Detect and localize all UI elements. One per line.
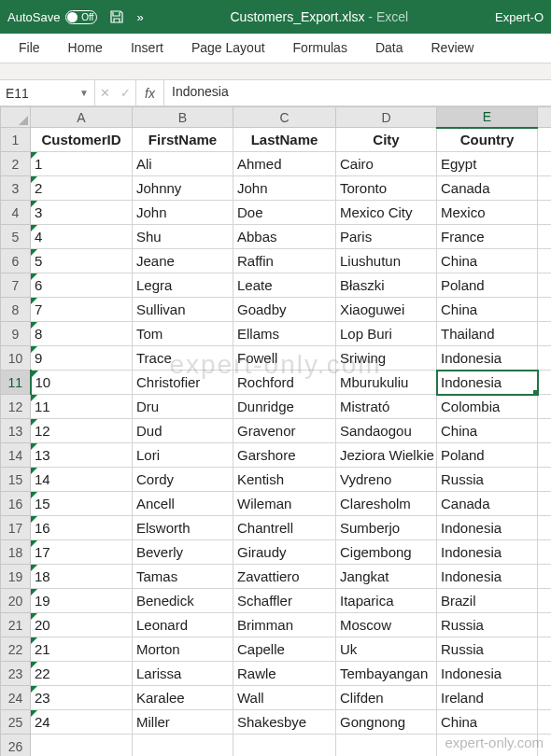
cell[interactable]: Zavattiero: [233, 565, 336, 589]
tab-home[interactable]: Home: [55, 34, 116, 63]
cell[interactable]: Jeane: [133, 249, 233, 273]
cell[interactable]: Mexico City: [336, 201, 437, 225]
col-header-extra[interactable]: [538, 107, 552, 128]
cell[interactable]: Indonesia: [437, 371, 538, 395]
cell[interactable]: 5: [31, 249, 133, 273]
col-header-B[interactable]: B: [133, 107, 233, 128]
cell[interactable]: Leonard: [133, 613, 233, 637]
cell[interactable]: 22: [31, 662, 133, 686]
row-header[interactable]: 9: [1, 322, 31, 346]
cell[interactable]: Wileman: [233, 492, 336, 516]
cell[interactable]: Moscow: [336, 613, 437, 637]
cell[interactable]: Morton: [133, 637, 233, 662]
header-cell[interactable]: LastName: [233, 128, 336, 152]
chevron-down-icon[interactable]: ▼: [79, 88, 89, 98]
cell[interactable]: Jeziora Wielkie: [336, 443, 437, 468]
cell[interactable]: Brimman: [233, 613, 336, 637]
cell[interactable]: Giraudy: [233, 540, 336, 565]
header-cell[interactable]: City: [336, 128, 437, 152]
cell[interactable]: Thailand: [437, 322, 538, 346]
cell[interactable]: Canada: [437, 492, 538, 516]
more-icon[interactable]: »: [136, 10, 143, 24]
cell[interactable]: 16: [31, 516, 133, 540]
col-header-D[interactable]: D: [336, 107, 437, 128]
cell[interactable]: Canada: [437, 176, 538, 201]
cancel-icon[interactable]: ✕: [100, 86, 110, 100]
row-header[interactable]: 23: [1, 662, 31, 686]
cell[interactable]: Ellams: [233, 322, 336, 346]
tab-review[interactable]: Review: [418, 34, 487, 63]
row-header[interactable]: 16: [1, 492, 31, 516]
cell[interactable]: France: [437, 225, 538, 249]
cell[interactable]: Indonesia: [437, 346, 538, 371]
cell[interactable]: Liushutun: [336, 249, 437, 273]
row-header[interactable]: 10: [1, 346, 31, 371]
cell[interactable]: Gravenor: [233, 419, 336, 443]
row-header[interactable]: 17: [1, 516, 31, 540]
cell[interactable]: John: [233, 176, 336, 201]
cell[interactable]: Toronto: [336, 176, 437, 201]
row-header[interactable]: 11: [1, 371, 31, 395]
header-cell[interactable]: CustomerID: [31, 128, 133, 152]
cell[interactable]: Mistrató: [336, 395, 437, 419]
cell[interactable]: Johnny: [133, 176, 233, 201]
cell[interactable]: 2: [31, 176, 133, 201]
cell[interactable]: Miller: [133, 710, 233, 735]
cell[interactable]: Claresholm: [336, 492, 437, 516]
cell[interactable]: 17: [31, 540, 133, 565]
cell[interactable]: Tom: [133, 322, 233, 346]
cell[interactable]: Legra: [133, 273, 233, 298]
cell[interactable]: 19: [31, 589, 133, 613]
cell[interactable]: 11: [31, 395, 133, 419]
row-header[interactable]: 4: [1, 201, 31, 225]
tab-data[interactable]: Data: [362, 34, 417, 63]
cell[interactable]: Colombia: [437, 395, 538, 419]
fx-icon[interactable]: fx: [136, 80, 164, 105]
cell[interactable]: Poland: [437, 443, 538, 468]
cell[interactable]: Christofier: [133, 371, 233, 395]
toggle-switch[interactable]: Off: [65, 10, 97, 24]
cell[interactable]: 20: [31, 613, 133, 637]
cell[interactable]: Brazil: [437, 589, 538, 613]
row-header[interactable]: 12: [1, 395, 31, 419]
row-header[interactable]: 7: [1, 273, 31, 298]
cell[interactable]: 21: [31, 637, 133, 662]
select-all-button[interactable]: [1, 107, 31, 128]
cell[interactable]: Ali: [133, 152, 233, 176]
row-header[interactable]: 1: [1, 128, 31, 152]
cell[interactable]: Indonesia: [437, 565, 538, 589]
cell[interactable]: 14: [31, 468, 133, 492]
cell[interactable]: Sumberjo: [336, 516, 437, 540]
cell[interactable]: 18: [31, 565, 133, 589]
cell[interactable]: Cairo: [336, 152, 437, 176]
cell[interactable]: Trace: [133, 346, 233, 371]
cell[interactable]: China: [437, 298, 538, 322]
col-header-C[interactable]: C: [233, 107, 336, 128]
cell[interactable]: Russia: [437, 468, 538, 492]
cell[interactable]: China: [437, 419, 538, 443]
cell[interactable]: Egypt: [437, 152, 538, 176]
row-header[interactable]: 5: [1, 225, 31, 249]
enter-icon[interactable]: ✓: [120, 86, 131, 100]
row-header[interactable]: 13: [1, 419, 31, 443]
cell[interactable]: Gongnong: [336, 710, 437, 735]
cell[interactable]: Garshore: [233, 443, 336, 468]
cell[interactable]: Poland: [437, 273, 538, 298]
cell[interactable]: 1: [31, 152, 133, 176]
cell[interactable]: 6: [31, 273, 133, 298]
cell[interactable]: 8: [31, 322, 133, 346]
cell[interactable]: 15: [31, 492, 133, 516]
cell[interactable]: Błaszki: [336, 273, 437, 298]
cell[interactable]: 9: [31, 346, 133, 371]
worksheet[interactable]: ABCDE 1CustomerIDFirstNameLastNameCityCo…: [0, 106, 551, 756]
header-cell[interactable]: FirstName: [133, 128, 233, 152]
cell[interactable]: Vydreno: [336, 468, 437, 492]
cell[interactable]: Uk: [336, 637, 437, 662]
cell[interactable]: Beverly: [133, 540, 233, 565]
name-box[interactable]: E11 ▼: [0, 80, 95, 105]
header-cell[interactable]: Country: [437, 128, 538, 152]
account-label[interactable]: Expert-O: [495, 10, 544, 24]
row-header[interactable]: 22: [1, 637, 31, 662]
cell[interactable]: Cigembong: [336, 540, 437, 565]
cell[interactable]: Tamas: [133, 565, 233, 589]
